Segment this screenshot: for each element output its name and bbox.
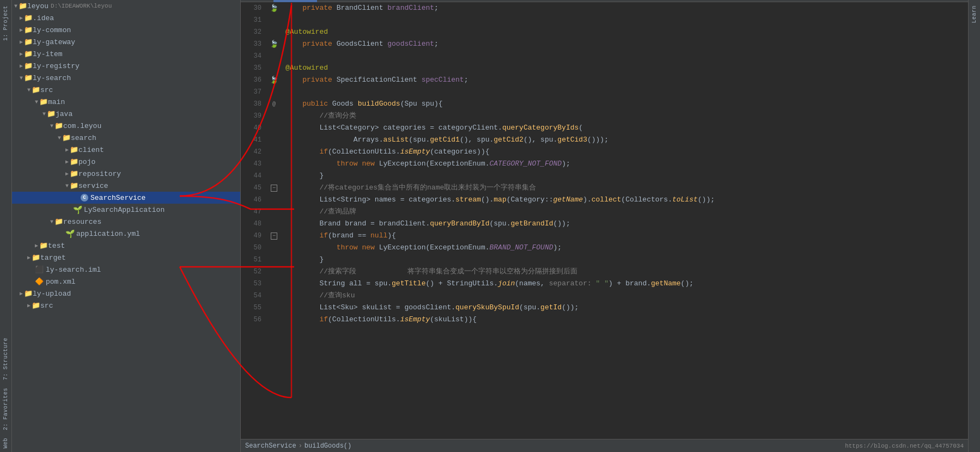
gutter-43 xyxy=(269,158,279,170)
ly-upload-folder-icon: 📁 xyxy=(24,289,33,298)
ln-33: 33 xyxy=(241,38,264,50)
tree-item-service[interactable]: ▼ 📁 service xyxy=(12,180,240,192)
ln-51: 51 xyxy=(241,254,264,266)
code-line-37 xyxy=(285,86,968,98)
code-line-41: Arrays.asList(spu.getCid1(), spu.getCid2… xyxy=(285,134,968,146)
gutter-39 xyxy=(269,110,279,122)
code-line-49: if(brand == null){ xyxy=(285,230,968,242)
target-arrow: ▶ xyxy=(27,254,31,261)
code-editor: 30 31 32 33 34 35 36 37 38 39 40 41 42 4… xyxy=(241,2,968,439)
tree-item-ly-gateway[interactable]: ▶ 📁 ly-gateway xyxy=(12,36,240,48)
code-line-44: } xyxy=(285,170,968,182)
iml-icon: ⬛ xyxy=(35,265,44,274)
tree-item-ly-registry[interactable]: ▶ 📁 ly-registry xyxy=(12,60,240,72)
gutter-54 xyxy=(269,290,279,302)
tree-item-application-yml[interactable]: 🌱 application.yml xyxy=(12,228,240,240)
code-line-30: private BrandClient brandClient; xyxy=(285,2,968,14)
search-label: search xyxy=(71,134,96,142)
sidebar-tab-web[interactable]: Web xyxy=(2,435,10,452)
pojo-label: pojo xyxy=(78,158,95,166)
gutter-56 xyxy=(269,314,279,326)
main-arrow: ▼ xyxy=(35,99,38,105)
xml-icon: 🔶 xyxy=(35,277,44,286)
tree-item-src[interactable]: ▼ 📁 src xyxy=(12,84,240,96)
tree-item-pojo[interactable]: ▶ 📁 pojo xyxy=(12,156,240,168)
com-leyou-arrow: ▼ xyxy=(50,123,53,129)
ly-item-folder-icon: 📁 xyxy=(24,50,33,58)
search-folder-icon: 📁 xyxy=(62,133,71,142)
tree-item-searchservice[interactable]: C SearchService xyxy=(12,192,240,204)
tree-item-lysearchapp[interactable]: 🌱 LySearchApplication xyxy=(12,204,240,216)
gutter-55 xyxy=(269,302,279,314)
tree-item-test[interactable]: ▶ 📁 test xyxy=(12,240,240,252)
tree-item-ly-search[interactable]: ▼ 📁 ly-search xyxy=(12,72,240,84)
tree-item-repository[interactable]: ▶ 📁 repository xyxy=(12,168,240,180)
tree-item-ly-upload[interactable]: ▶ 📁 ly-upload xyxy=(12,288,240,300)
gutter-49[interactable]: − xyxy=(269,230,279,242)
src2-label: src xyxy=(40,302,53,310)
gutter-36[interactable]: 🍃 xyxy=(269,74,279,86)
gutter-33[interactable]: 🍃 xyxy=(269,38,279,50)
gutter-40 xyxy=(269,122,279,134)
tree-item-com-leyou[interactable]: ▼ 📁 com.leyou xyxy=(12,120,240,132)
tree-item-idea[interactable]: ▶ 📁 .idea xyxy=(12,12,240,24)
code-line-40: List<Category> categories = categoryClie… xyxy=(285,122,968,134)
tree-item-src2[interactable]: ▶ 📁 src xyxy=(12,300,240,311)
status-url: https://blog.csdn.net/qq_44757034 xyxy=(845,443,964,449)
ln-55: 55 xyxy=(241,302,264,314)
tree-item-search[interactable]: ▼ 📁 search xyxy=(12,132,240,144)
gutter-45[interactable]: − xyxy=(269,182,279,194)
tree-item-main[interactable]: ▼ 📁 main xyxy=(12,96,240,108)
src-folder-icon: 📁 xyxy=(32,85,40,94)
code-line-53: String all = spu.getTitle() + StringUtil… xyxy=(285,278,968,290)
gutter-35 xyxy=(269,62,279,74)
sidebar-tab-favorites[interactable]: 2: Favorites xyxy=(2,384,10,433)
tree-root[interactable]: ▼ 📁 leyou D:\IDEAWORK\leyou xyxy=(12,0,240,12)
file-tree-panel: ▼ 📁 leyou D:\IDEAWORK\leyou ▶ 📁 .idea ▶ … xyxy=(12,0,241,452)
ln-45: 45 xyxy=(241,182,264,194)
gutter-51 xyxy=(269,254,279,266)
pojo-arrow: ▶ xyxy=(65,158,69,165)
sidebar-tab-learn[interactable]: Learn xyxy=(970,2,978,27)
gutter-41 xyxy=(269,134,279,146)
tree-item-ly-item[interactable]: ▶ 📁 ly-item xyxy=(12,48,240,60)
ly-upload-arrow: ▶ xyxy=(20,290,23,297)
tree-item-resources[interactable]: ▼ 📁 resources xyxy=(12,216,240,228)
tree-item-ly-common[interactable]: ▶ 📁 ly-common xyxy=(12,24,240,36)
gutter-46 xyxy=(269,194,279,206)
sidebar-tab-structure[interactable]: 7: Structure xyxy=(2,334,10,383)
client-folder-icon: 📁 xyxy=(70,145,78,154)
code-line-32: @Autowired xyxy=(285,26,968,38)
ln-52: 52 xyxy=(241,266,264,278)
breadcrumb-service: SearchService xyxy=(245,442,296,450)
service-arrow: ▼ xyxy=(65,183,69,189)
test-label: test xyxy=(48,242,65,250)
resources-label: resources xyxy=(63,218,101,226)
code-line-42: if(CollectionUtils.isEmpty(categories)){ xyxy=(285,146,968,158)
ln-50: 50 xyxy=(241,242,264,254)
ly-search-arrow: ▼ xyxy=(20,75,23,81)
ln-37: 37 xyxy=(241,86,264,98)
tree-item-client[interactable]: ▶ 📁 client xyxy=(12,144,240,156)
code-line-39: //查询分类 xyxy=(285,110,968,122)
tree-item-target[interactable]: ▶ 📁 target xyxy=(12,252,240,264)
repository-arrow: ▶ xyxy=(65,170,69,177)
ln-41: 41 xyxy=(241,134,264,146)
ln-36: 36 xyxy=(241,74,264,86)
line-numbers: 30 31 32 33 34 35 36 37 38 39 40 41 42 4… xyxy=(241,2,268,439)
code-content-area[interactable]: private BrandClient brandClient; @Autowi… xyxy=(280,2,968,439)
tree-item-ly-search-iml[interactable]: ⬛ ly-search.iml xyxy=(12,264,240,276)
ly-search-folder-icon: 📁 xyxy=(24,74,33,82)
root-folder-icon: 📁 xyxy=(19,2,27,10)
service-folder-icon: 📁 xyxy=(70,181,78,190)
sidebar-tab-project[interactable]: 1: Project xyxy=(2,2,10,44)
ly-common-label: ly-common xyxy=(33,26,71,34)
tree-item-java[interactable]: ▼ 📁 java xyxy=(12,108,240,120)
ly-gateway-label: ly-gateway xyxy=(33,38,75,46)
gutter-30[interactable]: 🍃 xyxy=(269,2,279,14)
target-label: target xyxy=(40,254,66,262)
gutter-38[interactable]: @ xyxy=(269,98,279,110)
code-line-35: @Autowired xyxy=(285,62,968,74)
tree-item-pom-xml[interactable]: 🔶 pom.xml xyxy=(12,276,240,288)
gutter-47 xyxy=(269,206,279,218)
